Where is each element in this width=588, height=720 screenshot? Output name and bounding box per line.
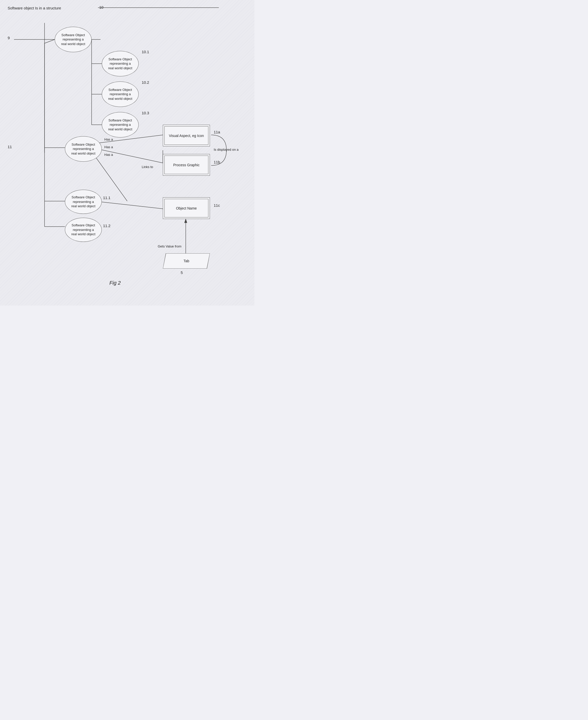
is-displayed-on-label: Is displayed on a (214, 148, 239, 152)
number-11: 11 (8, 145, 12, 149)
svg-marker-19 (185, 219, 187, 223)
gets-value-from-label: Gets Value from (158, 244, 182, 248)
rect-11b: Process Graphic (163, 154, 210, 176)
number-11b: 11b (214, 160, 220, 164)
rect-11a: Visual Aspect, eg Icon (163, 125, 210, 146)
number-10-3: 10.3 (142, 111, 149, 115)
has-a-label-3: Has a (104, 153, 113, 157)
number-10-1: 10.1 (142, 49, 149, 54)
number-11a: 11a (214, 130, 220, 134)
links-to-label: Links to (142, 165, 153, 169)
number-10-2: 10.2 (142, 80, 149, 84)
ellipse-11: Software Objectrepresenting areal world … (65, 136, 102, 162)
svg-line-1 (44, 39, 55, 43)
number-11-1: 11.1 (103, 196, 110, 200)
number-11-2: 11.2 (103, 223, 110, 228)
has-a-label-2: Has a (104, 145, 113, 149)
header-label: Software object Is in a structure (8, 6, 61, 11)
diagram-container: Software object Is in a structure 9 Soft… (0, 0, 254, 305)
ellipse-11-1: Software Objectrepresenting areal world … (65, 190, 102, 214)
figure-label: Fig 2 (109, 280, 121, 286)
ellipse-10-3: Software Objectrepresenting areal world … (102, 112, 139, 138)
svg-line-17 (94, 201, 163, 209)
number-9: 9 (8, 36, 10, 40)
svg-line-11 (91, 148, 163, 163)
ellipse-11-2: Software Objectrepresenting areal world … (65, 218, 102, 242)
number-5: 5 (181, 271, 183, 275)
has-a-label-1: Has a (104, 138, 113, 141)
parallelogram-tab: Tab (163, 253, 210, 268)
connections-svg (0, 0, 254, 305)
ellipse-root: Software Objectrepresenting areal world … (55, 27, 91, 52)
ellipse-10-1: Software Objectrepresenting areal world … (102, 51, 139, 76)
number-11c: 11c (214, 203, 220, 207)
number-10: 10 (99, 5, 104, 9)
rect-11c: Object Name (163, 197, 210, 219)
ellipse-10-2: Software Objectrepresenting areal world … (102, 81, 139, 107)
